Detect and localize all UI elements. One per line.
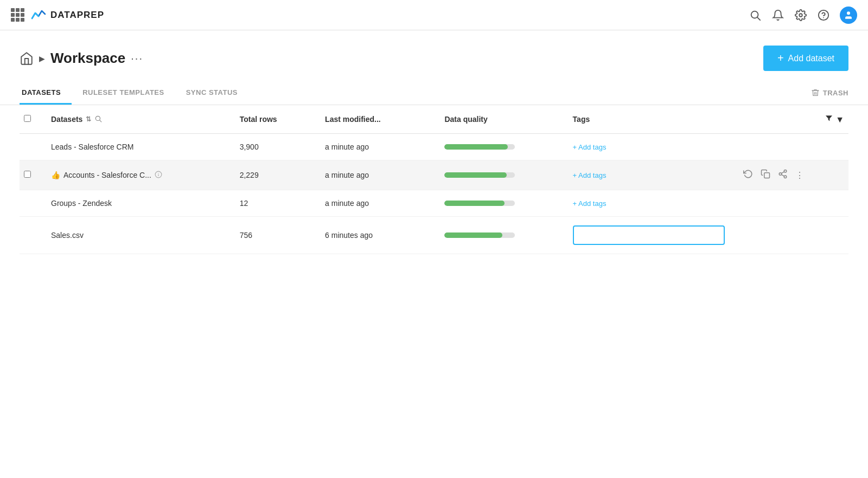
tab-sync-status[interactable]: SYNC STATUS (184, 81, 248, 105)
row-checkbox-cell (20, 134, 47, 160)
svg-line-16 (782, 175, 784, 176)
user-avatar[interactable] (840, 7, 857, 24)
svg-marker-8 (826, 115, 832, 121)
settings-icon[interactable] (794, 9, 807, 22)
quality-bar-fill (444, 172, 506, 178)
row-checkbox[interactable] (24, 171, 31, 178)
data-quality-cell (440, 217, 568, 254)
filter-icon[interactable]: ▼ (825, 115, 844, 124)
search-icon[interactable] (749, 9, 762, 22)
tags-cell: + Add tags (569, 160, 739, 190)
tabs-list: DATASETS RULESET TEMPLATES SYNC STATUS (20, 81, 257, 105)
table-row: Groups - Zendesk 12 a minute ago + Add t… (20, 190, 848, 217)
add-icon: + (777, 52, 784, 64)
logo: DATAPREP (30, 7, 104, 24)
th-select-all[interactable] (20, 105, 47, 134)
trash-button[interactable]: TRASH (811, 88, 848, 97)
svg-rect-12 (764, 173, 770, 178)
share-icon[interactable] (778, 169, 788, 181)
data-quality-cell (440, 160, 568, 190)
svg-point-5 (847, 11, 850, 15)
breadcrumb: ▶ Workspace ··· (20, 50, 143, 67)
total-rows-cell: 12 (235, 190, 321, 217)
logo-icon (30, 7, 47, 24)
row-actions: ⋮ (743, 169, 844, 181)
thumb-icon: 👍 (51, 171, 60, 179)
dataset-name[interactable]: Leads - Salesforce CRM (51, 143, 134, 151)
svg-line-17 (782, 172, 784, 173)
more-options-icon[interactable]: ⋮ (795, 170, 804, 180)
dataset-name-cell: 👍 Accounts - Salesforce C... (47, 160, 235, 190)
data-quality-cell (440, 134, 568, 160)
th-filter: ▼ (739, 105, 848, 134)
datasets-table-area: Datasets ⇅ Total rows Last modified... D… (0, 105, 868, 254)
th-datasets: Datasets ⇅ (47, 105, 235, 134)
nav-left: DATAPREP (11, 7, 749, 24)
add-tags-link[interactable]: + Add tags (573, 143, 607, 151)
dataset-name[interactable]: Groups - Zendesk (51, 199, 112, 208)
help-icon[interactable] (817, 9, 830, 22)
quality-bar-fill (444, 201, 505, 206)
th-last-modified: Last modified... (321, 105, 440, 134)
last-modified-cell: a minute ago (321, 160, 440, 190)
apps-grid-icon[interactable] (11, 8, 24, 22)
total-rows-cell: 756 (235, 217, 321, 254)
svg-line-7 (100, 120, 101, 121)
datasets-table: Datasets ⇅ Total rows Last modified... D… (20, 105, 848, 254)
data-quality-cell (440, 190, 568, 217)
breadcrumb-more-menu[interactable]: ··· (131, 52, 143, 64)
tags-cell: + Add tags (569, 134, 739, 160)
quality-bar-fill (444, 144, 508, 150)
trash-icon (811, 88, 820, 97)
total-rows-cell: 2,229 (235, 160, 321, 190)
last-modified-cell: a minute ago (321, 134, 440, 160)
breadcrumb-arrow: ▶ (39, 54, 45, 63)
last-modified-cell: a minute ago (321, 190, 440, 217)
quality-bar-fill (444, 232, 502, 238)
dataset-name-cell: Groups - Zendesk (47, 190, 235, 217)
table-row: Leads - Salesforce CRM 3,900 a minute ag… (20, 134, 848, 160)
tags-cell: + Add tags (569, 190, 739, 217)
add-tags-link[interactable]: + Add tags (573, 171, 607, 179)
copy-icon[interactable] (761, 169, 770, 181)
th-total-rows: Total rows (235, 105, 321, 134)
add-dataset-label: Add dataset (788, 54, 834, 63)
row-checkbox-cell[interactable] (20, 160, 47, 190)
tab-ruleset-templates[interactable]: RULESET TEMPLATES (80, 81, 175, 105)
th-search-icon[interactable] (94, 115, 102, 124)
home-icon[interactable] (20, 51, 34, 66)
total-rows-cell: 3,900 (235, 134, 321, 160)
dataset-name-cell: Sales.csv (47, 217, 235, 254)
app-name: DATAPREP (50, 10, 104, 21)
th-datasets-label: Datasets (51, 115, 82, 124)
row-checkbox-cell (20, 190, 47, 217)
quality-bar (444, 172, 515, 178)
tag-input-field[interactable] (573, 225, 725, 245)
dataset-name-cell: Leads - Salesforce CRM (47, 134, 235, 160)
refresh-icon[interactable] (743, 169, 753, 181)
add-tags-link[interactable]: + Add tags (573, 199, 607, 208)
row-checkbox-cell (20, 217, 47, 254)
sort-icon[interactable]: ⇅ (86, 115, 91, 123)
dataset-name[interactable]: Sales.csv (51, 231, 84, 240)
breadcrumb-area: ▶ Workspace ··· + Add dataset (0, 30, 868, 81)
dataset-name[interactable]: Accounts - Salesforce C... (63, 171, 151, 179)
row-actions-cell (739, 134, 848, 160)
tab-datasets[interactable]: DATASETS (20, 81, 72, 105)
table-row: Sales.csv 756 6 minutes ago (20, 217, 848, 254)
nav-right (749, 7, 857, 24)
row-actions-cell (739, 190, 848, 217)
select-all-checkbox[interactable] (24, 115, 31, 122)
trash-label: TRASH (823, 89, 848, 97)
workspace-title: Workspace (50, 50, 125, 67)
quality-bar (444, 144, 515, 150)
last-modified-cell: 6 minutes ago (321, 217, 440, 254)
svg-line-1 (757, 17, 760, 20)
add-dataset-button[interactable]: + Add dataset (763, 46, 848, 71)
table-row: 👍 Accounts - Salesforce C... 2,229 a min… (20, 160, 848, 190)
tags-cell[interactable] (569, 217, 848, 254)
info-icon[interactable] (155, 171, 162, 180)
notifications-icon[interactable] (771, 9, 784, 22)
svg-point-2 (799, 14, 802, 17)
top-navigation: DATAPREP (0, 0, 868, 30)
